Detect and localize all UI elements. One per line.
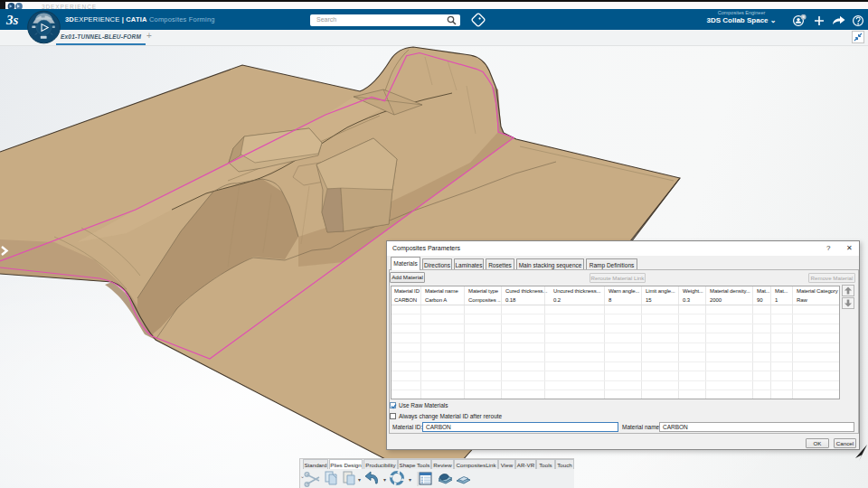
svg-text:▾: ▾ (383, 477, 386, 483)
svg-text:▾: ▾ (358, 477, 361, 483)
svg-text:▾: ▾ (409, 477, 411, 483)
